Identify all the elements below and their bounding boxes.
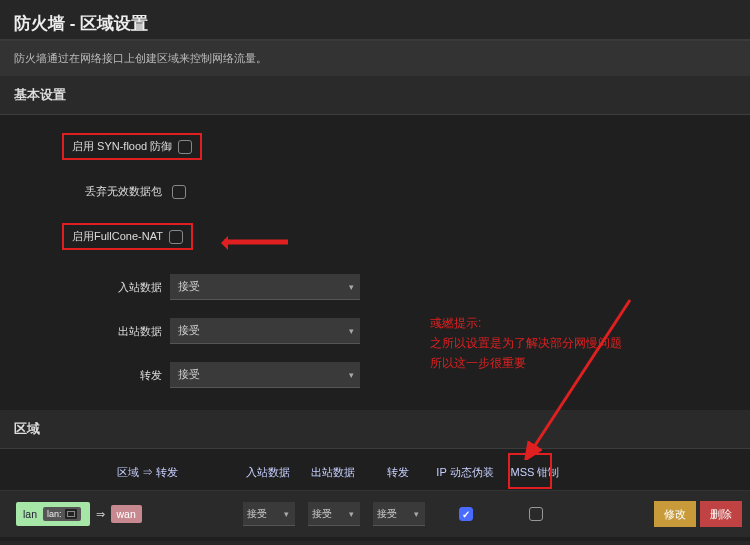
zone-table-header: 区域 ⇒ 转发 入站数据 出站数据 转发 IP 动态伪装 MSS 钳制 (0, 455, 750, 491)
delete-button[interactable]: 删除 (700, 501, 742, 527)
forward-label: 转发 (0, 368, 170, 383)
zone-row-lan: lan lan: ⇒ wan 接受 接受 接受 修改 删除 (0, 491, 750, 537)
syn-flood-checkbox[interactable] (178, 140, 192, 154)
page-title: 防火墙 - 区域设置 (14, 12, 736, 35)
col-out: 出站数据 (300, 465, 365, 480)
iface-tag: lan: (43, 507, 81, 521)
fullcone-label: 启用FullCone-NAT (72, 229, 163, 244)
edit-button[interactable]: 修改 (654, 501, 696, 527)
zone-row-wan: wan wan: wan6: ⇒ ACCEPT 接受 接受 接受 修改 删除 (0, 541, 750, 545)
zone-source-lan[interactable]: lan lan: (16, 502, 90, 526)
col-fw: 转发 (365, 465, 430, 480)
fullcone-checkbox[interactable] (169, 230, 183, 244)
forward-arrow-icon: ⇒ (96, 508, 105, 521)
lan-forward-select[interactable]: 接受 (373, 502, 425, 526)
col-zone: 区域 ⇒ 转发 (60, 465, 235, 480)
basic-form: 启用 SYN-flood 防御 丢弃无效数据包 启用FullCone-NAT 入… (0, 115, 750, 410)
section-head-basic: 基本设置 (0, 76, 750, 115)
output-label: 出站数据 (0, 324, 170, 339)
col-ip: IP 动态伪装 (430, 465, 500, 480)
col-in: 入站数据 (235, 465, 300, 480)
syn-flood-highlight: 启用 SYN-flood 防御 (62, 133, 202, 160)
annotation-text: 彧繎提示: 之所以设置是为了解决部分网慢问题 所以这一步很重要 (430, 313, 622, 373)
syn-flood-label: 启用 SYN-flood 防御 (72, 139, 172, 154)
interface-icon (65, 509, 77, 519)
fullcone-highlight: 启用FullCone-NAT (62, 223, 193, 250)
input-select[interactable]: 接受 (170, 274, 360, 300)
zone-table: 区域 ⇒ 转发 入站数据 出站数据 转发 IP 动态伪装 MSS 钳制 lan … (0, 449, 750, 545)
drop-invalid-label: 丢弃无效数据包 (0, 184, 170, 199)
annotation-arrow-icon (224, 236, 296, 244)
drop-invalid-checkbox[interactable] (172, 185, 186, 199)
col-mss: MSS 钳制 (500, 465, 570, 480)
title-bar: 防火墙 - 区域设置 (0, 0, 750, 41)
output-select[interactable]: 接受 (170, 318, 360, 344)
forward-select[interactable]: 接受 (170, 362, 360, 388)
lan-nat-checkbox[interactable] (459, 507, 473, 521)
lan-output-select[interactable]: 接受 (308, 502, 360, 526)
section-head-zones: 区域 (0, 410, 750, 449)
page-description: 防火墙通过在网络接口上创建区域来控制网络流量。 (0, 41, 750, 76)
zone-dest-wan[interactable]: wan (111, 505, 142, 523)
input-label: 入站数据 (0, 280, 170, 295)
lan-input-select[interactable]: 接受 (243, 502, 295, 526)
lan-mss-checkbox[interactable] (529, 507, 543, 521)
